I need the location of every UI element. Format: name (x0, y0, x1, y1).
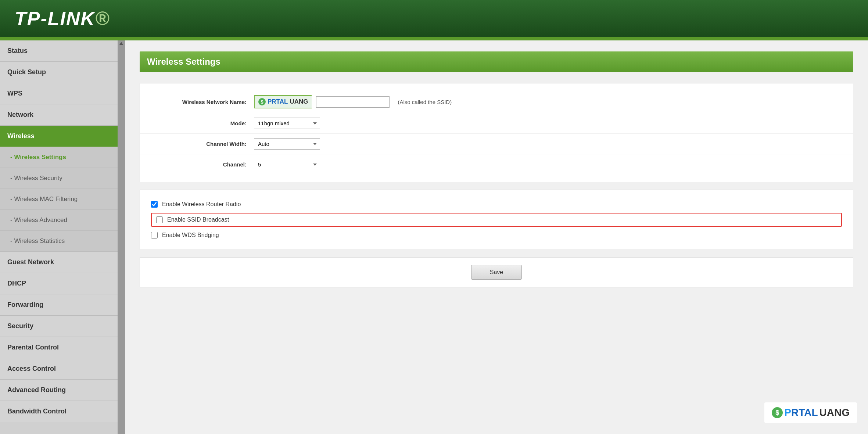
sidebar-item-network[interactable]: Network (0, 104, 125, 126)
ssid-uang-text: UANG (290, 98, 308, 105)
enable-wds-label[interactable]: Enable WDS Bridging (162, 232, 219, 238)
sidebar-item-guest-network[interactable]: Guest Network (0, 252, 125, 273)
sidebar-item-wireless-advanced[interactable]: - Wireless Advanced (0, 210, 125, 231)
mode-select[interactable]: 11bgn mixed 11bg mixed 11b only 11g only… (254, 118, 320, 129)
save-section: Save (140, 257, 853, 287)
watermark-uang-text: UANG (819, 407, 850, 419)
sidebar: Status Quick Setup WPS Network Wireless … (0, 40, 125, 434)
channel-width-select[interactable]: Auto 20MHz 40MHz (254, 138, 320, 150)
ssid-hint: (Also called the SSID) (398, 99, 452, 105)
sidebar-item-wireless-mac-filtering[interactable]: - Wireless MAC Filtering (0, 189, 125, 210)
channel-control: 1 2 3 4 5 6 7 8 9 10 11 12 13 (254, 159, 320, 170)
mode-row: Mode: 11bgn mixed 11bg mixed 11b only 11… (140, 113, 853, 134)
enable-radio-row: Enable Wireless Router Radio (151, 197, 842, 211)
enable-radio-label[interactable]: Enable Wireless Router Radio (162, 201, 241, 208)
logo: TP-LINK® (15, 7, 110, 29)
sidebar-item-dhcp[interactable]: DHCP (0, 273, 125, 294)
save-button[interactable]: Save (471, 265, 522, 280)
header: TP-LINK® (0, 0, 868, 37)
enable-ssid-row: Enable SSID Broadcast (151, 213, 842, 227)
watermark-portal-text: PRTAL (784, 407, 818, 419)
mode-label: Mode: (151, 120, 254, 126)
watermark-coin-icon: $ (772, 407, 783, 418)
ssid-coin-icon: $ (258, 98, 266, 105)
scroll-indicator[interactable] (118, 40, 125, 434)
ssid-extra-input[interactable] (316, 96, 390, 108)
sidebar-item-wireless[interactable]: Wireless (0, 126, 125, 147)
channel-label: Channel: (151, 161, 254, 168)
content: Wireless Settings Wireless Network Name:… (125, 40, 868, 434)
sidebar-item-quick-setup[interactable]: Quick Setup (0, 62, 125, 83)
channel-width-row: Channel Width: Auto 20MHz 40MHz (140, 134, 853, 154)
enable-wds-checkbox[interactable] (151, 232, 158, 238)
enable-ssid-label[interactable]: Enable SSID Broadcast (167, 216, 229, 223)
enable-radio-checkbox[interactable] (151, 201, 158, 208)
scroll-up-arrow (119, 42, 123, 45)
channel-row: Channel: 1 2 3 4 5 6 7 8 9 10 11 12 (140, 154, 853, 175)
enable-wds-row: Enable WDS Bridging (151, 228, 842, 242)
checkboxes-section: Enable Wireless Router Radio Enable SSID… (140, 190, 853, 250)
channel-width-control: Auto 20MHz 40MHz (254, 138, 320, 150)
enable-ssid-checkbox[interactable] (156, 216, 163, 223)
header-bar (0, 37, 868, 40)
sidebar-item-access-control[interactable]: Access Control (0, 358, 125, 380)
section-header: Wireless Settings (140, 51, 853, 72)
sidebar-item-wps[interactable]: WPS (0, 83, 125, 104)
sidebar-item-wireless-settings[interactable]: - Wireless Settings (0, 147, 125, 168)
channel-width-label: Channel Width: (151, 141, 254, 147)
ssid-display: $ PRTALUANG (254, 95, 312, 108)
sidebar-item-status[interactable]: Status (0, 40, 125, 62)
watermark: $ PRTALUANG (764, 402, 857, 423)
sidebar-item-wireless-statistics[interactable]: - Wireless Statistics (0, 231, 125, 252)
network-name-label: Wireless Network Name: (151, 99, 254, 105)
network-name-row: Wireless Network Name: $ PRTALUANG (Also… (140, 91, 853, 113)
channel-select[interactable]: 1 2 3 4 5 6 7 8 9 10 11 12 13 (254, 159, 320, 170)
mode-control: 11bgn mixed 11bg mixed 11b only 11g only… (254, 118, 320, 129)
sidebar-item-parental-control[interactable]: Parental Control (0, 337, 125, 358)
sidebar-item-bandwidth-control[interactable]: Bandwidth Control (0, 401, 125, 422)
sidebar-item-security[interactable]: Security (0, 316, 125, 337)
main-area: Status Quick Setup WPS Network Wireless … (0, 40, 868, 434)
sidebar-item-wireless-security[interactable]: - Wireless Security (0, 168, 125, 189)
ssid-portal-text: PRTAL (268, 98, 288, 105)
sidebar-item-forwarding[interactable]: Forwarding (0, 294, 125, 316)
network-name-controls: $ PRTALUANG (Also called the SSID) (254, 95, 452, 108)
wireless-settings-form: Wireless Network Name: $ PRTALUANG (Also… (140, 83, 853, 182)
sidebar-item-advanced-routing[interactable]: Advanced Routing (0, 380, 125, 401)
